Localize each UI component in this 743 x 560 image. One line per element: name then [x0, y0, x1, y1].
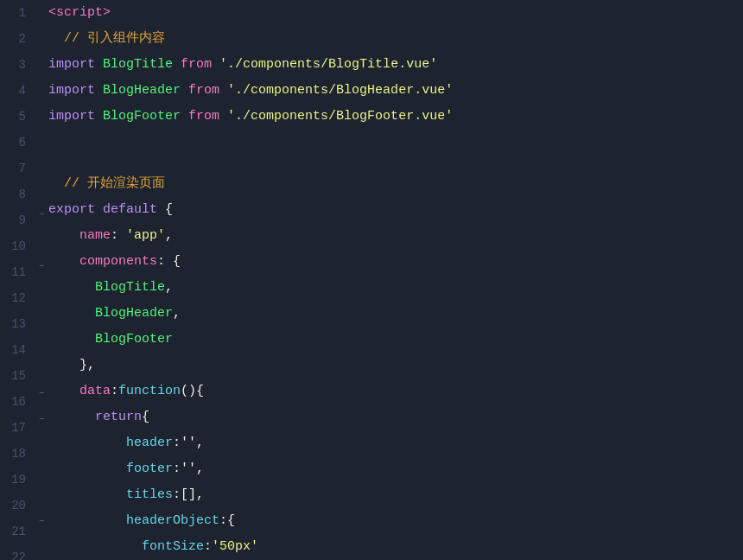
- token: // 开始渲染页面: [64, 171, 165, 197]
- fold-button: [35, 280, 48, 305]
- fold-button: [35, 101, 48, 126]
- token: [173, 52, 181, 78]
- fold-button: [35, 458, 48, 483]
- code-line: import BlogFooter from './components/Blo…: [48, 104, 743, 130]
- line-number: 13: [9, 311, 26, 337]
- token: // 引入组件内容: [64, 26, 165, 52]
- code-line: headerObject:{: [48, 508, 743, 534]
- line-number: 10: [9, 233, 26, 259]
- code-line: BlogFooter: [48, 327, 743, 353]
- line-number: 6: [9, 130, 26, 156]
- token: [95, 78, 103, 104]
- line-number: 20: [9, 493, 26, 519]
- token: [181, 104, 188, 130]
- code-content: <script> // 引入组件内容import BlogTitle from …: [48, 0, 743, 560]
- token: [48, 275, 95, 301]
- code-line: import BlogHeader from './components/Blo…: [48, 78, 743, 104]
- token: :[],: [173, 482, 204, 508]
- fold-button: [35, 356, 48, 381]
- token: [48, 249, 79, 275]
- token: :: [204, 534, 212, 560]
- line-number: 16: [9, 389, 26, 415]
- code-line: BlogHeader,: [48, 301, 743, 327]
- code-line: data:function(){: [48, 379, 743, 404]
- fold-button: [35, 305, 48, 330]
- fold-button[interactable]: −: [35, 381, 48, 407]
- token: from: [188, 78, 219, 104]
- token: ,: [173, 301, 181, 327]
- code-line: components: {: [48, 249, 743, 275]
- code-line: [48, 150, 743, 171]
- code-line: [48, 130, 743, 150]
- token: [48, 223, 79, 249]
- token: headerObject: [126, 508, 219, 534]
- token: './components/BlogTitle.vue': [219, 52, 437, 78]
- code-line: footer:'',: [48, 456, 743, 482]
- token: },: [48, 353, 95, 379]
- token: <script>: [48, 0, 111, 26]
- token: fontSize: [142, 534, 204, 560]
- token: BlogFooter: [95, 327, 173, 353]
- line-number: 3: [9, 52, 26, 78]
- token: :'',: [173, 456, 204, 482]
- token: from: [188, 104, 219, 130]
- fold-button: [35, 126, 48, 151]
- token: :{: [219, 508, 235, 534]
- token: {: [157, 197, 173, 223]
- code-line: titles:[],: [48, 482, 743, 508]
- code-line: header:'',: [48, 430, 743, 456]
- token: [48, 379, 79, 404]
- line-number: 7: [9, 156, 26, 181]
- token: : {: [157, 249, 181, 275]
- token: [48, 404, 95, 430]
- token: [48, 171, 64, 197]
- fold-button[interactable]: −: [35, 407, 48, 433]
- fold-button: [35, 177, 48, 202]
- token: (){: [181, 379, 204, 404]
- token: [48, 430, 126, 456]
- token: BlogTitle: [103, 52, 173, 78]
- line-number: 17: [9, 415, 26, 441]
- token: header: [126, 430, 173, 456]
- token: ,: [165, 275, 173, 301]
- line-numbers: 12345678910111213141516171819202122: [0, 0, 35, 560]
- token: [219, 78, 227, 104]
- token: import: [48, 104, 95, 130]
- token: footer: [126, 456, 173, 482]
- code-line: import BlogTitle from './components/Blog…: [48, 52, 743, 78]
- token: from: [181, 52, 212, 78]
- token: {: [142, 404, 149, 430]
- line-number: 18: [9, 441, 26, 467]
- token: [48, 456, 126, 482]
- token: [95, 197, 103, 223]
- token: [48, 534, 142, 560]
- code-line: export default {: [48, 197, 743, 223]
- fold-button[interactable]: −: [35, 254, 48, 280]
- fold-button: [35, 330, 48, 355]
- token: import: [48, 78, 95, 104]
- code-line: name: 'app',: [48, 223, 743, 249]
- fold-button[interactable]: −: [35, 509, 48, 535]
- fold-button: [35, 535, 48, 560]
- token: [95, 104, 103, 130]
- token: ,: [165, 223, 173, 249]
- fold-button: [35, 433, 48, 458]
- token: titles: [126, 482, 173, 508]
- token: [95, 52, 103, 78]
- token: BlogHeader: [95, 301, 173, 327]
- token: function: [118, 379, 181, 404]
- line-number: 12: [9, 285, 26, 311]
- line-number: 9: [9, 207, 26, 233]
- token: [48, 482, 126, 508]
- token: :: [111, 379, 118, 404]
- line-number: 2: [9, 26, 26, 52]
- token: [181, 78, 188, 104]
- line-number: 22: [9, 544, 26, 560]
- token: :: [111, 223, 126, 249]
- token: BlogHeader: [103, 78, 181, 104]
- token: name: [79, 223, 111, 249]
- fold-button[interactable]: −: [35, 202, 48, 228]
- token: return: [95, 404, 142, 430]
- token: './components/BlogFooter.vue': [227, 104, 453, 130]
- line-number: 5: [9, 104, 26, 130]
